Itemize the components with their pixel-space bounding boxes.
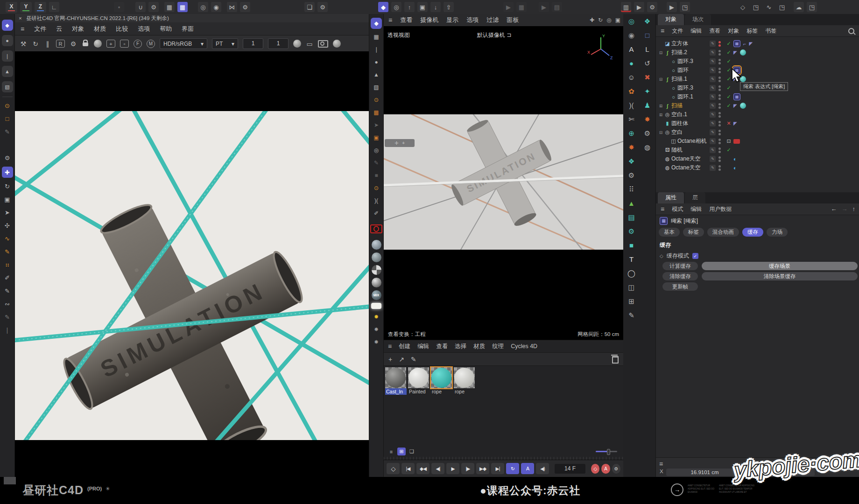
- play-small-icon[interactable]: ▶: [503, 2, 514, 12]
- edge-mode-icon[interactable]: ❘: [371, 44, 382, 54]
- object-row[interactable]: Octane天空 ✎: [656, 163, 859, 172]
- f-button[interactable]: F: [134, 40, 142, 48]
- record-keyframe-button[interactable]: ◇: [591, 464, 599, 474]
- menu-item[interactable]: 对象: [72, 25, 84, 33]
- edit-toggle-icon[interactable]: ✎: [710, 49, 716, 56]
- menu-item[interactable]: 选择: [455, 343, 466, 350]
- material-item[interactable]: Cast_In: [385, 367, 407, 395]
- palette-icon[interactable]: ☺: [628, 74, 635, 81]
- viewport-pan-icon[interactable]: ✚: [590, 17, 594, 23]
- picture-viewer-icon[interactable]: ▶: [667, 2, 677, 12]
- edit-toggle-icon[interactable]: ✎: [710, 67, 716, 73]
- palette-icon[interactable]: ■: [629, 242, 634, 249]
- visibility-dots[interactable]: [718, 50, 721, 56]
- quantize-grid-icon[interactable]: ▦: [177, 2, 188, 12]
- viewport-zoom-icon[interactable]: ◎: [606, 17, 611, 23]
- edit-toggle-icon[interactable]: ✎: [710, 138, 716, 144]
- palette-icon[interactable]: ✎: [628, 312, 634, 319]
- new-document-icon[interactable]: ❏: [304, 2, 315, 12]
- object-label[interactable]: Octane天空: [671, 164, 701, 172]
- panel-tab[interactable]: 层: [685, 192, 705, 203]
- pen-line-icon[interactable]: ✎: [2, 287, 13, 295]
- hamburger-icon[interactable]: ≡: [388, 343, 392, 350]
- history-back-icon[interactable]: ←: [831, 205, 837, 212]
- object-mode-icon[interactable]: ▦: [371, 32, 382, 42]
- modeling-settings-icon[interactable]: ⚙: [240, 2, 250, 12]
- lasso-icon[interactable]: ∾: [2, 300, 13, 308]
- symmetry-icon[interactable]: ⋈: [227, 2, 237, 12]
- edit-toggle-icon[interactable]: ✎: [710, 112, 716, 118]
- palette-icon[interactable]: A: [629, 46, 634, 53]
- hamburger-icon[interactable]: ≡: [661, 27, 664, 35]
- goto-start-button[interactable]: |◀: [401, 463, 415, 474]
- import-icon[interactable]: ↓: [430, 2, 441, 12]
- knife-icon[interactable]: ❘: [2, 326, 13, 335]
- object-label[interactable]: 空白: [671, 128, 683, 136]
- document-settings-icon[interactable]: ⚙: [317, 2, 328, 12]
- visibility-dots[interactable]: [718, 147, 721, 153]
- cache-scene-button[interactable]: 缓存场景: [702, 262, 858, 270]
- multi-move-icon[interactable]: ✣: [2, 221, 13, 230]
- object-tag-icon[interactable]: [740, 49, 746, 56]
- edge-mode-icon[interactable]: ❘: [2, 50, 13, 62]
- sphere-icon[interactable]: ◎: [391, 2, 401, 12]
- model-mode-icon[interactable]: ◆: [2, 20, 13, 31]
- live-selection-icon[interactable]: ⊙: [371, 95, 382, 105]
- menu-item[interactable]: 材质: [94, 25, 106, 33]
- x-position-field[interactable]: 16.9101 cm: [666, 469, 743, 476]
- menu-item[interactable]: 选项: [138, 25, 150, 33]
- palette-icon[interactable]: ↺: [644, 60, 650, 67]
- object-tag-icon[interactable]: [733, 165, 737, 171]
- frame-box-icon[interactable]: ▫: [120, 40, 129, 48]
- object-tag-icon[interactable]: [749, 41, 753, 46]
- enabled-state-icon[interactable]: [725, 138, 732, 144]
- expand-toggle-icon[interactable]: [658, 77, 663, 82]
- object-label[interactable]: Octane相机: [677, 137, 707, 145]
- menu-item[interactable]: 查看: [709, 27, 720, 35]
- r-toggle-button[interactable]: R: [56, 40, 65, 48]
- edit-toggle-icon[interactable]: ✎: [710, 94, 716, 100]
- panel-tab[interactable]: 对象: [658, 14, 684, 25]
- edit-toggle-icon[interactable]: ✎: [710, 165, 716, 171]
- menu-item[interactable]: 摄像机: [420, 16, 438, 24]
- palette-icon[interactable]: ⚙: [644, 130, 650, 137]
- object-label[interactable]: 扫描: [671, 102, 683, 110]
- menu-item[interactable]: 纹理: [492, 343, 504, 350]
- menu-item[interactable]: 显示: [446, 16, 458, 24]
- history-forward-icon[interactable]: →: [842, 205, 848, 212]
- coordinate-system-icon[interactable]: ∟: [49, 2, 59, 12]
- cube-icon[interactable]: ■: [371, 170, 382, 180]
- goto-end-button[interactable]: ▶|: [491, 463, 504, 474]
- grid-small-icon[interactable]: ▦: [516, 2, 527, 12]
- play-button[interactable]: ▶: [446, 463, 459, 474]
- close-icon[interactable]: ×: [19, 15, 22, 21]
- gear-sun2-icon[interactable]: ✸: [371, 337, 382, 347]
- material-item[interactable]: rope: [431, 367, 452, 395]
- visibility-dots[interactable]: [718, 41, 721, 47]
- eyedropper-icon[interactable]: ✎: [411, 356, 416, 363]
- palette-icon[interactable]: ⊕: [628, 130, 634, 137]
- compact-view-icon[interactable]: ❏: [408, 448, 416, 455]
- add-box-icon[interactable]: +: [106, 40, 115, 48]
- material-thumbnail[interactable]: [431, 367, 452, 388]
- lock-icon[interactable]: [82, 39, 89, 49]
- camera-label[interactable]: 默认摄像机 ⊐: [384, 31, 605, 39]
- render-settings-icon[interactable]: ⚙: [647, 2, 657, 12]
- enabled-state-icon[interactable]: [725, 49, 732, 56]
- hud-axis-icon[interactable]: ✛: [394, 140, 398, 146]
- material-sphere-1[interactable]: [372, 240, 381, 250]
- camera-icon[interactable]: [318, 40, 328, 48]
- palette-icon[interactable]: ❖: [644, 18, 650, 25]
- menu-item[interactable]: 对象: [728, 27, 739, 35]
- edit-toggle-icon[interactable]: ✎: [710, 156, 716, 162]
- play-small-icon[interactable]: ▶: [539, 2, 549, 12]
- current-frame-field[interactable]: 14 F: [555, 464, 585, 474]
- material-sphere-2[interactable]: [372, 252, 381, 262]
- enabled-state-icon[interactable]: [725, 103, 732, 109]
- object-label[interactable]: 圆柱体: [671, 119, 688, 127]
- object-row[interactable]: 圆环 ✎: [656, 66, 859, 75]
- sphere2-icon[interactable]: [293, 40, 301, 48]
- live-selection2-icon[interactable]: ⊙: [371, 183, 382, 193]
- brush-icon[interactable]: ✐: [2, 273, 13, 282]
- hud-add-icon[interactable]: +: [402, 140, 405, 146]
